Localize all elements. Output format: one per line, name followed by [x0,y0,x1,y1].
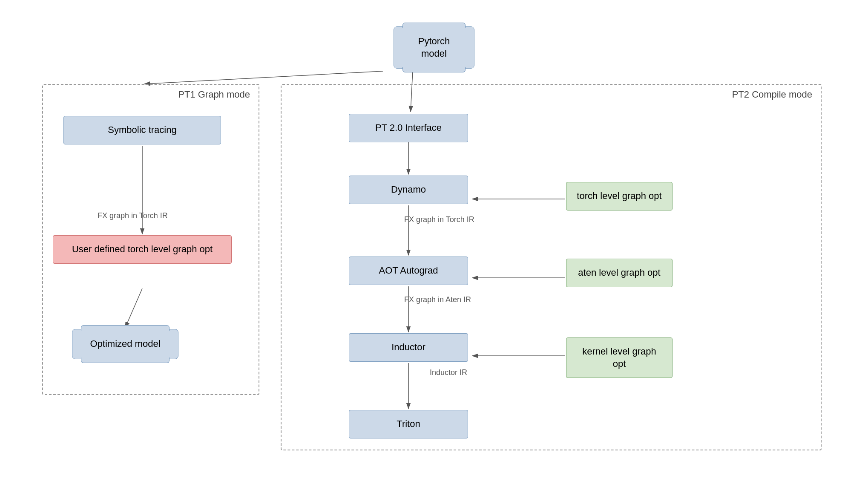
kernel-opt-box: kernel level graph opt [566,337,673,378]
pt20-interface-label: PT 2.0 Interface [349,114,468,142]
fx-graph-torch-label: FX graph in Torch IR [404,215,474,224]
torch-opt-box: torch level graph opt [566,182,673,211]
inductor-label: Inductor [349,333,468,362]
inductor-ir-label: Inductor IR [430,368,467,377]
symbolic-tracing-box: Symbolic tracing [63,116,221,144]
diagram-container: PT1 Graph mode PT2 Compile mode Pytorch … [29,22,839,474]
dynamo-label: Dynamo [349,176,468,204]
user-defined-box: User defined torch level graph opt [53,235,232,264]
triton-box: Triton [349,410,468,438]
fx-graph-pt1-label: FX graph in Torch IR [98,211,168,220]
pytorch-model-box: Pytorch model [394,26,474,69]
aot-autograd-label: AOT Autograd [349,257,468,285]
aten-opt-label: aten level graph opt [566,259,673,287]
inductor-box: Inductor [349,333,468,362]
optimized-model-scroll: Optimized model [72,329,178,359]
pt20-interface-box: PT 2.0 Interface [349,114,468,142]
optimized-model-box: Optimized model [72,329,178,359]
torch-opt-label: torch level graph opt [566,182,673,211]
pytorch-model-scroll: Pytorch model [394,26,474,69]
aot-autograd-box: AOT Autograd [349,257,468,285]
dynamo-box: Dynamo [349,176,468,204]
svg-line-1 [144,71,383,84]
aten-opt-box: aten level graph opt [566,259,673,287]
kernel-opt-label: kernel level graph opt [566,337,673,378]
fx-graph-aten-label: FX graph in Aten IR [404,295,471,304]
triton-label: Triton [349,410,468,438]
pt1-label: PT1 Graph mode [178,89,250,100]
pt2-label: PT2 Compile mode [732,89,812,100]
user-defined-label: User defined torch level graph opt [53,235,232,264]
symbolic-tracing-label: Symbolic tracing [63,116,221,144]
